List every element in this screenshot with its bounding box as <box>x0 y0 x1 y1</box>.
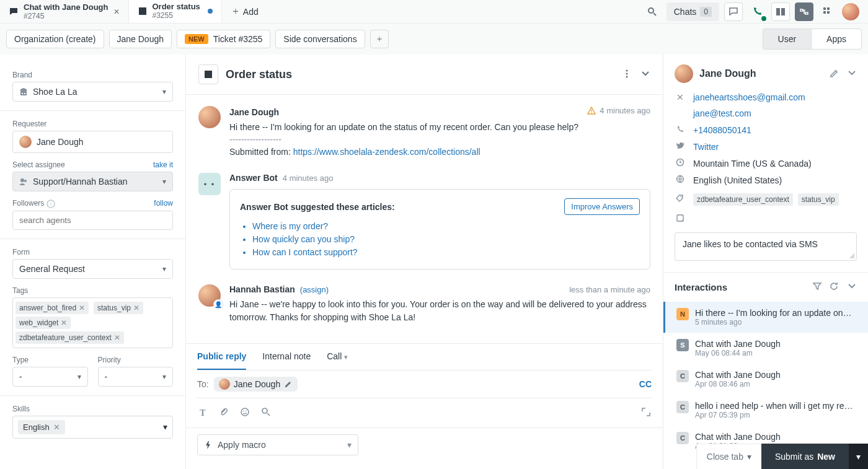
attach-button[interactable] <box>218 407 229 419</box>
svg-rect-3 <box>781 8 785 15</box>
submit-button[interactable]: Submit as New <box>761 444 849 469</box>
expand-editor-button[interactable] <box>640 407 652 419</box>
filter-button[interactable] <box>812 281 822 293</box>
suggested-article-link[interactable]: How quickly can you ship? <box>252 234 355 244</box>
requester-field[interactable]: Jane Dough <box>12 131 173 153</box>
remove-skill-icon[interactable]: ✕ <box>53 423 60 432</box>
priority-select[interactable]: - ▾ <box>98 367 174 387</box>
edit-recipient-icon[interactable] <box>284 379 293 390</box>
workflow-button[interactable] <box>795 2 813 21</box>
tab-internal-note[interactable]: Internal note <box>262 344 311 370</box>
tag-chip[interactable]: answer_bot_fired✕ <box>16 302 89 314</box>
tag-chip[interactable]: web_widget✕ <box>16 317 71 329</box>
tags-label: Tags <box>12 286 173 295</box>
cc-button[interactable]: CC <box>639 379 652 389</box>
info-icon: i <box>46 199 55 208</box>
tab-chat[interactable]: Chat with Jane Dough #2745 ✕ <box>0 0 129 23</box>
add-tab-button[interactable]: ＋ Add <box>222 0 267 23</box>
skills-field[interactable]: English ✕ ▾ <box>12 416 173 439</box>
interaction-title: Chat with Jane Dough <box>695 432 857 442</box>
submitted-from-link[interactable]: https://www.shoelala-zendesk.com/collect… <box>293 147 480 157</box>
collapse-panel-button[interactable] <box>847 68 857 80</box>
improve-answers-button[interactable]: Improve Answers <box>564 198 640 215</box>
message-author: Jane Dough <box>229 107 279 117</box>
apps-grid-button[interactable] <box>818 2 837 21</box>
user-note[interactable]: Jane likes to be contacted via SMS <box>675 232 857 261</box>
edit-user-button[interactable] <box>830 68 839 80</box>
interaction-item[interactable]: S Chat with Jane Dough May 06 08:44 am <box>663 333 868 364</box>
routing-icon <box>799 7 809 17</box>
ticket-icon <box>138 6 148 16</box>
format-text-button[interactable]: T <box>197 408 208 418</box>
crumb-side-conversations[interactable]: Side conversations <box>275 30 365 48</box>
svg-point-14 <box>626 76 628 77</box>
refresh-button[interactable] <box>830 281 839 293</box>
kebab-icon <box>622 69 632 79</box>
phone-link[interactable]: +14088050141 <box>693 125 751 135</box>
apply-macro-button[interactable]: Apply macro ▾ <box>197 434 358 455</box>
take-it-link[interactable]: take it <box>153 160 173 169</box>
chevron-down-icon <box>847 68 857 78</box>
close-tab-button[interactable]: Close tab ▾ <box>696 444 761 469</box>
crumb-organization[interactable]: Organization (create) <box>6 30 104 48</box>
messaging-button[interactable] <box>724 2 743 21</box>
email-link[interactable]: janeheartsshoes@gmail.com <box>693 92 805 102</box>
twitter-link[interactable]: Twitter <box>693 142 719 152</box>
open-tabs: Chat with Jane Dough #2745 ✕ Order statu… <box>0 0 267 23</box>
more-menu[interactable] <box>622 69 632 81</box>
info-timezone: Mountain Time (US & Canada) <box>663 155 868 172</box>
collapse-button[interactable] <box>640 69 650 81</box>
email-link[interactable]: jane@test.com <box>693 108 751 118</box>
tab-call[interactable]: Call▾ <box>327 344 348 370</box>
interaction-item[interactable]: N Hi there -- I'm looking for an update … <box>663 302 868 333</box>
form-select[interactable]: General Request ▾ <box>12 259 173 279</box>
panel-user-tab[interactable]: User <box>763 28 812 50</box>
submit-status-dropdown[interactable]: ▾ <box>849 444 868 469</box>
collapse-interactions-button[interactable] <box>847 281 857 293</box>
tag-chip[interactable]: status_vip✕ <box>94 302 143 314</box>
search-kb-button[interactable] <box>260 407 272 419</box>
tag-chip[interactable]: zdbetafeature_user_context✕ <box>16 331 124 344</box>
interaction-item[interactable]: C Chat with Jane Dough Apr 08 08:46 am <box>663 364 868 395</box>
chevron-down-icon <box>847 281 857 291</box>
follow-link[interactable]: follow <box>154 199 173 208</box>
remove-tag-icon[interactable]: ✕ <box>133 304 140 312</box>
brand-select[interactable]: Shoe La La ▾ <box>12 82 173 102</box>
columns-icon <box>776 7 786 17</box>
globe-icon <box>675 175 686 185</box>
recipient-chip[interactable]: Jane Dough <box>214 377 298 392</box>
skill-chip[interactable]: English ✕ <box>18 420 65 434</box>
chats-pill[interactable]: Chats 0 <box>666 2 719 21</box>
avatar <box>19 136 32 148</box>
crumb-requester[interactable]: Jane Dough <box>109 30 172 48</box>
answer-bot-card: Answer Bot suggested these articles: Imp… <box>229 189 650 270</box>
call-button[interactable] <box>748 2 766 21</box>
followers-input[interactable] <box>12 211 173 230</box>
tab-public-reply[interactable]: Public reply <box>197 344 246 370</box>
tags-field[interactable]: answer_bot_fired✕ status_vip✕ web_widget… <box>12 297 173 348</box>
remove-tag-icon[interactable]: ✕ <box>114 333 120 342</box>
assign-link[interactable]: (assign) <box>300 285 329 294</box>
conversation-panel: Order status Jane Dough <box>186 55 663 469</box>
svg-point-13 <box>626 72 628 74</box>
assignee-select[interactable]: Support/Hannah Bastian ▾ <box>12 172 173 191</box>
search-button[interactable] <box>643 2 662 21</box>
svg-point-24 <box>681 196 682 197</box>
close-small-icon[interactable]: ✕ <box>675 92 686 102</box>
remove-tag-icon[interactable]: ✕ <box>79 304 85 312</box>
tab-ticket[interactable]: Order status #3255 <box>129 0 222 23</box>
emoji-button[interactable] <box>239 407 250 419</box>
add-crumb-button[interactable]: ＋ <box>370 30 389 48</box>
type-select[interactable]: - ▾ <box>12 367 88 387</box>
interaction-item[interactable]: C hello i need help - when will i get my… <box>663 395 868 426</box>
current-user-avatar[interactable] <box>842 3 859 20</box>
panel-apps-tab[interactable]: Apps <box>811 28 862 50</box>
suggested-article-link[interactable]: How can I contact support? <box>252 247 358 257</box>
close-icon[interactable]: ✕ <box>113 7 120 16</box>
crumb-ticket[interactable]: NEW Ticket #3255 <box>177 30 270 48</box>
remove-tag-icon[interactable]: ✕ <box>61 318 67 327</box>
message-separator: ------------------ <box>229 133 650 146</box>
message-agent: 👤 Hannah Bastian (assign) less than a mi… <box>186 276 663 330</box>
layout-button[interactable] <box>771 2 790 21</box>
suggested-article-link[interactable]: Where is my order? <box>252 221 328 231</box>
